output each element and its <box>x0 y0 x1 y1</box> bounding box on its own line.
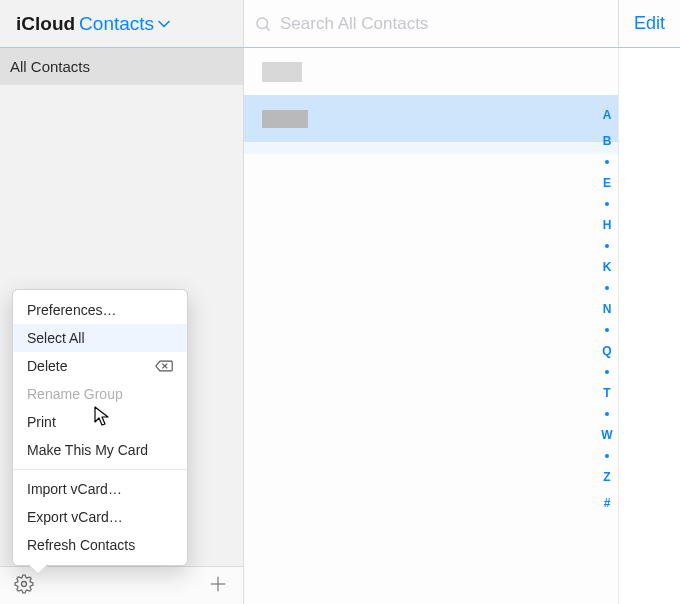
delete-key-icon <box>155 360 173 372</box>
alpha-index[interactable]: ABEHKNQTWZ# <box>598 108 616 594</box>
menu-item-label: Preferences… <box>27 302 116 318</box>
app-switcher[interactable]: iCloud Contacts <box>0 0 244 47</box>
menu-item-preferences[interactable]: Preferences… <box>13 296 187 324</box>
redacted-name <box>262 62 302 82</box>
menu-item-label: Refresh Contacts <box>27 537 135 553</box>
brand-icloud: iCloud <box>16 13 75 35</box>
menu-separator <box>13 469 187 470</box>
menu-item-label: Delete <box>27 358 67 374</box>
menu-item-label: Make This My Card <box>27 442 148 458</box>
list-item[interactable] <box>244 48 618 95</box>
menu-item-make-this-my-card[interactable]: Make This My Card <box>13 436 187 464</box>
menu-item-label: Select All <box>27 330 85 346</box>
index-letter-b[interactable]: B <box>603 134 612 148</box>
index-letter-z[interactable]: Z <box>603 470 610 484</box>
menu-item-select-all[interactable]: Select All <box>13 324 187 352</box>
menu-item-print[interactable]: Print <box>13 408 187 436</box>
index-letter-e[interactable]: E <box>603 176 611 190</box>
header: iCloud Contacts Edit <box>0 0 680 48</box>
menu-item-import-vcard[interactable]: Import vCard… <box>13 475 187 503</box>
chevron-down-icon <box>158 20 170 28</box>
redacted-name <box>262 110 308 128</box>
index-letter-h[interactable]: H <box>603 218 612 232</box>
index-dot[interactable] <box>605 412 609 416</box>
svg-point-2 <box>22 581 27 586</box>
menu-item-rename-group: Rename Group <box>13 380 187 408</box>
brand-contacts: Contacts <box>79 13 154 35</box>
gear-context-menu: Preferences…Select AllDeleteRename Group… <box>12 289 188 566</box>
edit-button[interactable]: Edit <box>634 13 665 34</box>
contacts-list[interactable]: ABEHKNQTWZ# <box>244 48 618 604</box>
sidebar-item-all-contacts[interactable]: All Contacts <box>0 48 243 85</box>
sidebar-item-label: All Contacts <box>10 58 90 75</box>
index-dot[interactable] <box>605 454 609 458</box>
index-letter-q[interactable]: Q <box>602 344 611 358</box>
index-dot[interactable] <box>605 244 609 248</box>
search-bar[interactable] <box>244 0 618 47</box>
menu-item-delete[interactable]: Delete <box>13 352 187 380</box>
index-dot[interactable] <box>605 202 609 206</box>
index-dot[interactable] <box>605 328 609 332</box>
svg-line-1 <box>266 27 269 30</box>
menu-item-label: Rename Group <box>27 386 123 402</box>
menu-item-refresh-contacts[interactable]: Refresh Contacts <box>13 531 187 559</box>
search-input[interactable] <box>280 14 618 34</box>
index-dot[interactable] <box>605 160 609 164</box>
index-letter-a[interactable]: A <box>603 108 612 122</box>
svg-point-0 <box>257 18 268 29</box>
index-dot[interactable] <box>605 370 609 374</box>
add-icon[interactable] <box>207 573 229 599</box>
list-item <box>244 142 618 154</box>
gear-icon[interactable] <box>14 574 34 598</box>
list-item[interactable] <box>244 95 618 142</box>
detail-pane <box>618 48 680 604</box>
menu-item-export-vcard[interactable]: Export vCard… <box>13 503 187 531</box>
search-icon <box>254 15 272 33</box>
menu-item-label: Export vCard… <box>27 509 123 525</box>
index-letter-w[interactable]: W <box>601 428 612 442</box>
index-letter-n[interactable]: N <box>603 302 612 316</box>
menu-item-label: Print <box>27 414 56 430</box>
index-letter-#[interactable]: # <box>604 496 611 510</box>
index-dot[interactable] <box>605 286 609 290</box>
index-letter-k[interactable]: K <box>603 260 612 274</box>
menu-item-label: Import vCard… <box>27 481 122 497</box>
index-letter-t[interactable]: T <box>603 386 610 400</box>
